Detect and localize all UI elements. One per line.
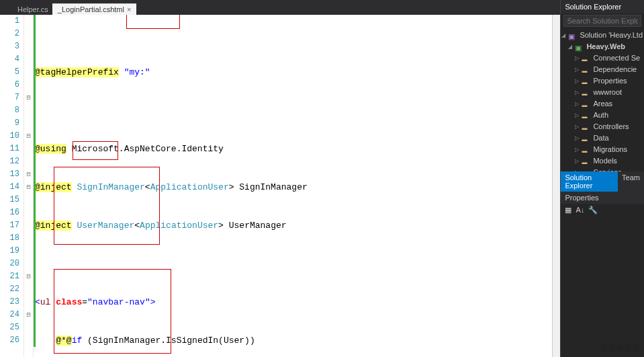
line-number-gutter: 1234567891011121314151617181920212223242… <box>0 15 24 357</box>
fold-toggle[interactable]: ⊟ <box>24 168 33 181</box>
annotation-box <box>54 167 160 245</box>
tree-item[interactable]: ▷▬Data <box>561 132 644 144</box>
tab-bar: Helper.cs _LoginPartial.cshtml × <box>0 0 560 15</box>
tree-item[interactable]: ▷▬Dependencie <box>561 64 644 75</box>
tab-solution-explorer[interactable]: Solution Explorer <box>561 171 618 192</box>
project-node[interactable]: ◢▣Heavy.Web <box>561 41 644 52</box>
solution-search <box>561 13 644 28</box>
tree-item[interactable]: ▷▬Services <box>561 167 644 171</box>
fold-gutter: ⊟⊟⊟⊟⊟⊟ <box>24 15 34 357</box>
panel-title: Solution Explorer <box>561 0 644 13</box>
tree-item[interactable]: ▷▬wwwroot <box>561 87 644 98</box>
solution-tree[interactable]: ◢▣Solution 'Heavy.Ltd ◢▣Heavy.Web ▷▬Conn… <box>561 28 644 171</box>
tree-item[interactable]: ▷▬Connected Se <box>561 52 644 64</box>
code-editor[interactable]: 1234567891011121314151617181920212223242… <box>0 15 560 357</box>
wrench-icon[interactable]: 🔧 <box>588 206 598 214</box>
alphabetical-icon[interactable]: A↓ <box>576 206 584 214</box>
tree-item[interactable]: ▷▬Auth <box>561 110 644 121</box>
tab-team[interactable]: Team <box>618 171 644 192</box>
tab-label: _LoginPartial.cshtml <box>58 5 124 13</box>
categorized-icon[interactable]: ▦ <box>565 206 571 214</box>
search-input[interactable] <box>563 15 641 27</box>
file-tab-active[interactable]: _LoginPartial.cshtml × <box>52 3 137 15</box>
tree-item[interactable]: ▷▬Properties <box>561 75 644 87</box>
panel-bottom-tabs: Solution Explorer Team <box>561 171 644 192</box>
tab-background-label[interactable]: Helper.cs <box>13 4 52 15</box>
vertical-scrollbar[interactable] <box>552 15 560 357</box>
annotation-box <box>126 15 180 29</box>
tree-item[interactable]: ▷▬Migrations <box>561 144 644 155</box>
fold-toggle[interactable]: ⊟ <box>24 91 33 104</box>
solution-explorer-panel: Solution Explorer ◢▣Solution 'Heavy.Ltd … <box>560 0 644 357</box>
editor-pane: Helper.cs _LoginPartial.cshtml × 1234567… <box>0 0 560 357</box>
change-indicator <box>34 15 36 347</box>
fold-toggle[interactable]: ⊟ <box>24 309 33 321</box>
fold-toggle[interactable]: ⊟ <box>24 270 33 283</box>
properties-toolbar: ▦ A↓ 🔧 <box>561 204 644 216</box>
fold-toggle[interactable]: ⊟ <box>24 130 33 143</box>
close-icon[interactable]: × <box>127 5 131 13</box>
code-body[interactable]: @tagHelperPrefix "my:" @using Microsoft.… <box>34 15 552 357</box>
tree-item[interactable]: ▷▬Areas <box>561 98 644 110</box>
tree-item[interactable]: ▷▬Controllers <box>561 121 644 132</box>
tree-item[interactable]: ▷▬Models <box>561 155 644 167</box>
solution-node[interactable]: ◢▣Solution 'Heavy.Ltd <box>561 30 644 41</box>
fold-toggle[interactable]: ⊟ <box>24 181 33 194</box>
properties-panel-title: Properties <box>561 192 644 204</box>
